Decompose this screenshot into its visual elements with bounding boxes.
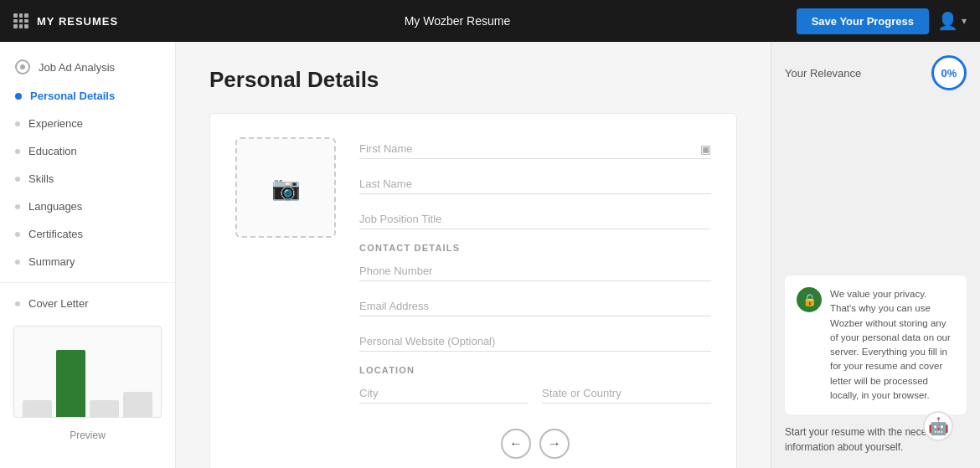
website-field (359, 330, 711, 352)
sidebar-label-job-ad-analysis: Job Ad Analysis (39, 61, 115, 74)
right-panel-inner: Your Relevance 0% 🔒 We value your privac… (785, 55, 967, 455)
nav-right: Save Your Progress 👤 ▾ (797, 8, 967, 34)
email-input[interactable] (359, 295, 711, 316)
app-title: MY RESUMES (37, 15, 118, 28)
privacy-text: We value your privacy. That's why you ca… (830, 287, 955, 403)
right-panel: Your Relevance 0% 🔒 We value your privac… (771, 42, 980, 468)
last-name-input[interactable] (359, 172, 711, 193)
relevance-header: Your Relevance 0% (785, 55, 967, 90)
sidebar-label-experience: Experience (28, 117, 83, 130)
camera-icon: 📷 (271, 174, 301, 202)
personal-details-card: 📷 ▣ CONTACT DETAILS (209, 113, 737, 468)
sidebar-label-certificates: Certificates (28, 228, 83, 240)
sidebar-item-certificates[interactable]: Certificates (0, 220, 175, 248)
sidebar-divider (0, 282, 175, 283)
certificates-dot (15, 232, 20, 237)
preview-bar-1 (56, 350, 85, 417)
sidebar-label-education: Education (28, 145, 77, 157)
name-row: ▣ (359, 137, 711, 172)
sidebar-item-cover-letter[interactable]: Cover Letter (0, 290, 175, 317)
job-position-input[interactable] (359, 208, 711, 229)
contact-details-label: CONTACT DETAILS (359, 243, 711, 253)
top-nav: MY RESUMES My Wozber Resume Save Your Pr… (0, 0, 980, 42)
job-position-field (359, 208, 711, 229)
personal-details-dot (15, 93, 22, 100)
form-fields: ▣ CONTACT DETAILS (359, 137, 711, 459)
summary-dot (15, 260, 20, 265)
experience-dot (15, 121, 20, 126)
sidebar: Job Ad Analysis Personal Details Experie… (0, 42, 176, 468)
preview-label[interactable]: Preview (0, 429, 175, 441)
phone-field (359, 260, 711, 281)
sidebar-label-languages: Languages (28, 200, 82, 213)
phone-input[interactable] (359, 260, 711, 280)
sidebar-item-experience[interactable]: Experience (0, 110, 175, 137)
page-title: Personal Details (209, 67, 737, 93)
user-menu-button[interactable]: 👤 ▾ (937, 11, 967, 31)
relevance-label: Your Relevance (785, 67, 861, 80)
preview-bar-3 (123, 392, 152, 417)
state-input[interactable] (542, 382, 711, 403)
sidebar-item-education[interactable]: Education (0, 137, 175, 165)
location-label: LOCATION (359, 365, 711, 375)
nav-left: MY RESUMES (13, 13, 118, 28)
skills-dot (15, 177, 20, 182)
first-name-input[interactable] (359, 137, 711, 158)
sidebar-item-summary[interactable]: Summary (0, 248, 175, 275)
wozber-bot-icon[interactable]: 🤖 (923, 411, 953, 441)
sidebar-label-skills: Skills (28, 172, 54, 185)
job-ad-icon (15, 59, 30, 75)
photo-upload-button[interactable]: 📷 (235, 137, 336, 238)
relevance-badge: 0% (931, 55, 967, 90)
sidebar-item-job-ad-analysis[interactable]: Job Ad Analysis (0, 52, 175, 82)
preview-bar-0 (23, 400, 52, 417)
sidebar-label-cover-letter: Cover Letter (28, 297, 89, 310)
resume-preview[interactable] (13, 326, 162, 418)
email-field (359, 295, 711, 316)
sidebar-label-personal-details: Personal Details (30, 90, 115, 102)
next-button[interactable]: → (539, 429, 570, 459)
languages-dot (15, 204, 20, 209)
info-icon: ▣ (700, 142, 711, 156)
city-input[interactable] (359, 382, 529, 403)
sidebar-item-languages[interactable]: Languages (0, 193, 175, 220)
resume-title: My Wozber Resume (405, 14, 511, 28)
privacy-icon: 🔒 (797, 287, 822, 312)
website-input[interactable] (359, 330, 711, 351)
spacer (785, 100, 967, 275)
preview-chart (14, 346, 161, 417)
sidebar-item-personal-details[interactable]: Personal Details (0, 82, 175, 110)
user-icon: 👤 (937, 11, 958, 31)
chevron-down-icon: ▾ (962, 15, 967, 27)
privacy-card: 🔒 We value your privacy. That's why you … (785, 275, 967, 414)
cover-letter-dot (15, 301, 20, 306)
save-progress-button[interactable]: Save Your Progress (797, 8, 929, 34)
main-layout: Job Ad Analysis Personal Details Experie… (0, 42, 980, 468)
state-field (542, 382, 711, 404)
first-name-field: ▣ (359, 137, 711, 159)
sidebar-item-skills[interactable]: Skills (0, 165, 175, 193)
education-dot (15, 149, 20, 154)
grid-icon[interactable] (13, 13, 28, 28)
location-row (359, 382, 711, 417)
prev-button[interactable]: ← (501, 429, 531, 459)
navigation-arrows: ← → (359, 429, 711, 459)
last-name-field (359, 172, 711, 194)
sidebar-label-summary: Summary (28, 255, 75, 268)
preview-bar-2 (90, 400, 119, 417)
content-area: Personal Details 📷 ▣ (176, 42, 771, 468)
city-field (359, 382, 529, 404)
